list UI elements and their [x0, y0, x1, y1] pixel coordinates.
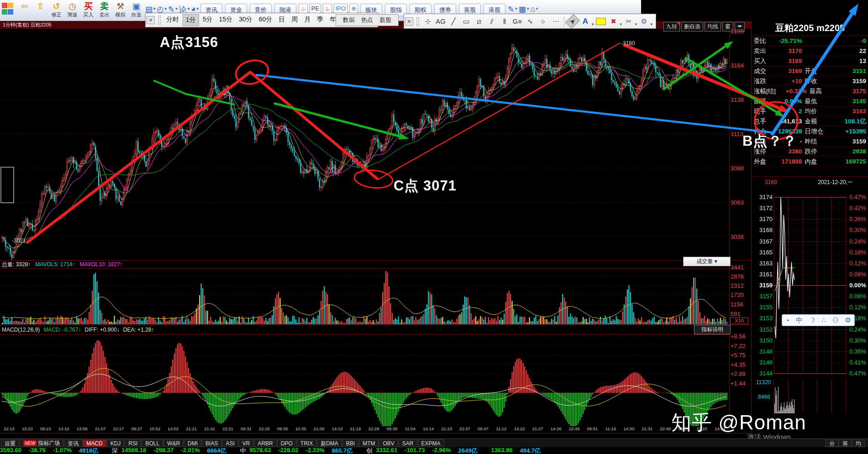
measure-icon[interactable]: ⊹ [422, 17, 434, 26]
period-tab-15分[interactable]: 15分 [216, 14, 236, 26]
tab-indicator-VR[interactable]: VR [239, 439, 254, 447]
close-icon[interactable]: ✕ [147, 16, 155, 24]
delete-drawing-icon[interactable]: ✖ [608, 17, 620, 26]
dropdown-arrow-icon[interactable]: ▾ [188, 6, 190, 11]
tab-indicator-MACD[interactable]: MACD [83, 439, 106, 447]
period-tab-季[interactable]: 季 [314, 14, 326, 26]
dropdown-arrow-icon[interactable]: ▾ [197, 6, 199, 11]
tab-均[interactable]: 均 [852, 439, 865, 447]
home-icon[interactable]: ⌂ [530, 5, 535, 14]
tab-indicator-TRIX[interactable]: TRIX [297, 439, 316, 447]
user-icon[interactable]: ⚇ [832, 316, 838, 324]
drag-handle[interactable] [158, 16, 161, 25]
cursor-icon[interactable]: ➤ [565, 14, 580, 29]
tab-indicator-ASI[interactable]: ASI [222, 439, 238, 447]
text-ag-icon[interactable]: AG [435, 17, 447, 25]
volume-indicator-select[interactable]: 成交量 ▾ [683, 257, 731, 266]
parallel-lines-icon[interactable]: ⫽ [486, 17, 498, 26]
axis-label: +2.88 [731, 370, 751, 377]
edit-icon[interactable]: ✎ [508, 5, 514, 14]
ellipse-icon[interactable]: ○ [537, 17, 549, 25]
corner-tab-九转[interactable]: 九转 [663, 22, 680, 32]
dropdown-arrow-icon[interactable]: ▾ [515, 6, 517, 11]
axis-label: 1720 [731, 291, 751, 298]
tab-indicator-DPO[interactable]: DPO [277, 439, 296, 447]
tab-indicator-RSI[interactable]: RSI [125, 439, 141, 447]
period-tab-1分[interactable]: 1分 [183, 14, 199, 26]
dropdown-arrow-icon[interactable]: ▾ [527, 6, 529, 11]
tab-indicator-MTM[interactable]: MTM [359, 439, 379, 447]
settings-gear-icon[interactable]: ⚙ [845, 316, 851, 324]
corner-tab-均线[interactable]: 均线 [705, 22, 721, 32]
golden-section-icon[interactable]: G≡ [511, 17, 523, 25]
tab-indicator-DMI[interactable]: DMI [184, 439, 201, 447]
period-tab-5分[interactable]: 5分 [200, 14, 216, 26]
pe-icon[interactable]: PE [310, 4, 321, 13]
index-pct: -2.96% [432, 447, 451, 454]
more-icon[interactable]: ⋯ [550, 17, 562, 26]
period-tab-分时[interactable]: 分时 [163, 14, 182, 26]
dropdown-arrow-icon[interactable]: ▾ [153, 6, 156, 11]
volume-chart[interactable] [0, 269, 729, 325]
dropdown-arrow-icon[interactable]: ▾ [175, 6, 178, 11]
tab-indicator-KDJ[interactable]: KDJ [107, 439, 125, 447]
layout-icon[interactable]: ▦ [519, 5, 526, 14]
corner-tab-删自选[interactable]: 删自选 [681, 22, 703, 32]
period-tab-周[interactable]: 周 [289, 14, 300, 26]
tab-筹[interactable]: 筹 [839, 439, 852, 447]
tab-settings[interactable]: 设置 [1, 439, 19, 447]
hot-icon[interactable]: ♨ [323, 4, 332, 13]
tab-分[interactable]: 分 [826, 439, 838, 447]
ladder-percent: 0.06% [845, 271, 866, 278]
flame-icon[interactable]: ♨ [299, 4, 308, 13]
drag-handle[interactable] [416, 17, 419, 26]
trendline-icon[interactable]: ╱ [447, 17, 459, 26]
comma-dots-icon[interactable]: ∴ [822, 316, 826, 324]
period-tab-30分[interactable]: 30分 [236, 14, 255, 26]
main-candle-chart[interactable] [0, 29, 729, 260]
tab-indicator-plaza[interactable]: NEW指标广场 [20, 439, 63, 447]
ladder-price: 3153 [752, 315, 773, 322]
tab-indicator-OBV[interactable]: OBV [379, 439, 398, 447]
tab-news[interactable]: 资讯 [64, 439, 82, 447]
night-mode-icon[interactable]: ☽ [809, 316, 815, 324]
tab-indicator-SAR[interactable]: SAR [399, 439, 417, 447]
snapshot-icon[interactable]: ✂ [623, 17, 635, 26]
zhong-icon[interactable]: 中 [796, 316, 803, 325]
dropdown-arrow-icon[interactable]: ▾ [536, 6, 538, 11]
dropdown-arrow-icon[interactable]: ▾ [164, 6, 167, 11]
time-label: 09:23 [37, 426, 55, 432]
dropdown-arrow-icon[interactable]: ▾ [620, 22, 622, 26]
mid-tab-新股[interactable]: 新股 [379, 16, 391, 24]
text-tool-icon[interactable]: A [579, 17, 591, 26]
tab-indicator-BOLL[interactable]: BOLL [142, 439, 163, 447]
tab-indicator-W&R[interactable]: W&R [163, 439, 184, 447]
tab-indicator-新DMA[interactable]: 新DMA [317, 439, 342, 447]
ipo-icon[interactable]: IPO [334, 4, 347, 13]
dropdown-arrow-icon[interactable]: ▾ [635, 22, 637, 26]
volume-multiplier-badge: X10 [730, 317, 748, 324]
period-tab-60分[interactable]: 60分 [256, 14, 275, 26]
indicator-help-button[interactable]: 指标说明 [694, 325, 731, 334]
mid-tab-数据[interactable]: 数据 [343, 16, 355, 24]
period-tab-月[interactable]: 月 [301, 14, 313, 26]
tab-indicator-BIAS[interactable]: BIAS [202, 439, 221, 447]
gauge-icon[interactable]: ◔ [785, 317, 789, 324]
dropdown-arrow-icon[interactable]: ▾ [651, 22, 653, 26]
globe-icon[interactable]: ⊕ [349, 4, 358, 13]
color-swatch-yellow[interactable] [596, 18, 606, 25]
tab-indicator-ARBR[interactable]: ARBR [254, 439, 276, 447]
rectangle-icon[interactable]: ▭ [460, 17, 472, 26]
gann-fan-icon[interactable]: ⧄ [473, 17, 485, 26]
mid-tab-热点[interactable]: 热点 [361, 16, 373, 24]
tab-indicator-EXPMA[interactable]: EXPMA [418, 439, 444, 447]
tab-indicator-BBI[interactable]: BBI [342, 439, 358, 447]
draw-settings-gear-icon[interactable]: ⚙ [638, 17, 650, 26]
period-tab-日[interactable]: 日 [276, 14, 288, 26]
wave-icon[interactable]: ∿ [524, 17, 536, 26]
dropdown-arrow-icon[interactable]: ▾ [592, 22, 594, 26]
close-icon[interactable]: ✕ [405, 17, 413, 26]
vertical-lines-icon[interactable]: ⦀ [499, 17, 510, 26]
macd-chart[interactable] [0, 335, 729, 426]
research-icon[interactable]: ◕ [191, 5, 195, 14]
